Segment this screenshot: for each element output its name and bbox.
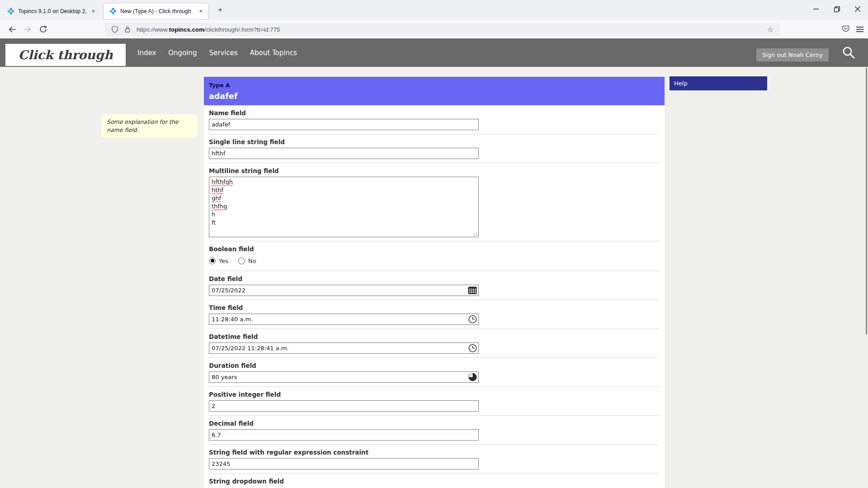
form-row-decimal: Decimal field: [209, 416, 659, 445]
browser-toolbar: https://www.topincs.com/clickthrough/.fo…: [0, 20, 868, 38]
url-scheme: https://www.: [137, 26, 169, 33]
boolean-radio-group: Yes No: [209, 257, 659, 265]
vertical-scrollbar[interactable]: [866, 68, 867, 334]
nav-item-services[interactable]: Services: [209, 49, 238, 57]
field-label: Boolean field: [209, 246, 659, 253]
help-button[interactable]: Help: [670, 76, 767, 90]
minimize-icon: [813, 6, 819, 12]
search-icon: [842, 46, 855, 59]
calendar-icon[interactable]: [468, 286, 477, 295]
new-tab-button[interactable]: +: [214, 4, 226, 16]
window-restore-button[interactable]: [826, 0, 847, 18]
radio-no-unselected[interactable]: [238, 258, 245, 264]
textarea-resize-handle[interactable]: [473, 232, 478, 236]
form-row-time: Time field: [209, 300, 659, 329]
reload-icon: [39, 25, 47, 33]
form-row-positive-integer: Positive integer field: [209, 387, 659, 416]
form-row-multiline-string: Multiline string field hfthfgh hthf ghf …: [209, 163, 659, 241]
form-panel: Type A adafef Name field Single line str…: [204, 77, 665, 488]
site-logo[interactable]: Click through: [5, 44, 126, 66]
tab-topincs-desktop[interactable]: Topincs 9.1.0 on Desktop 2, Win ×: [2, 4, 100, 19]
field-label: Multiline string field: [209, 168, 659, 174]
form-row-name: Name field: [209, 105, 659, 134]
field-label: String field with regular expression con…: [209, 449, 659, 456]
positive-integer-input[interactable]: [209, 400, 479, 412]
reload-button[interactable]: [35, 23, 51, 36]
window-controls: [806, 0, 868, 18]
clock-icon[interactable]: [468, 315, 477, 324]
field-label: Date field: [209, 276, 659, 282]
topincs-favicon: [7, 8, 14, 15]
form-type-label: Type A: [209, 82, 665, 89]
bookmark-star-icon[interactable]: ☆: [764, 25, 776, 34]
restore-icon: [834, 6, 840, 12]
url-path: /clickthrough/.form?tt=id:775: [204, 26, 280, 33]
form-row-duration: Duration field: [209, 358, 659, 387]
main-navigation: Index Ongoing Services About Topincs: [137, 38, 297, 67]
date-field-input[interactable]: [209, 285, 479, 296]
field-label: Single line string field: [209, 139, 659, 145]
textarea-line: ft: [212, 219, 476, 227]
back-icon: [8, 26, 16, 33]
lock-icon[interactable]: [124, 26, 131, 33]
nav-item-index[interactable]: Index: [137, 49, 156, 57]
sign-out-button[interactable]: Sign out Noah Cerny: [756, 48, 829, 61]
form-row-single-line-string: Single line string field: [209, 134, 659, 163]
forward-button[interactable]: [20, 23, 35, 36]
multiline-string-textarea[interactable]: hfthfgh hthf ghf thfhg h ft: [209, 177, 479, 237]
radio-option-yes[interactable]: Yes: [209, 258, 228, 264]
form-row-datetime: Datetime field: [209, 329, 659, 358]
textarea-line: hthf: [212, 186, 476, 194]
radio-yes-selected[interactable]: [209, 258, 216, 264]
search-button[interactable]: [842, 46, 855, 61]
field-explanation-note: Some explanation for the name field.: [101, 114, 197, 138]
pocket-button[interactable]: [842, 25, 850, 34]
regex-string-input[interactable]: [209, 458, 479, 469]
tab-close-icon[interactable]: ×: [198, 8, 203, 14]
form-row-string-dropdown: String dropdown field: [209, 474, 659, 488]
form-row-regex-string: String field with regular expression con…: [209, 445, 659, 474]
tab-close-icon[interactable]: ×: [90, 8, 96, 14]
textarea-line: thfhg: [212, 202, 476, 211]
site-logo-text: Click through: [18, 48, 113, 62]
clock-icon[interactable]: [468, 344, 477, 352]
field-label: Positive integer field: [209, 391, 659, 398]
topincs-favicon: [109, 8, 117, 15]
url-domain: topincs.com: [169, 26, 204, 33]
datetime-field-input[interactable]: [209, 343, 479, 354]
textarea-line: hfthfgh: [212, 178, 476, 186]
radio-option-no[interactable]: No: [238, 258, 256, 264]
time-field-input[interactable]: [209, 314, 479, 325]
duration-field-input[interactable]: [209, 371, 479, 383]
form-row-date: Date field: [209, 271, 659, 300]
single-line-string-input[interactable]: [209, 148, 479, 159]
window-minimize-button[interactable]: [806, 0, 826, 18]
form-row-boolean: Boolean field Yes No: [209, 241, 659, 271]
tab-title: Topincs 9.1.0 on Desktop 2, Win: [18, 8, 87, 14]
back-button[interactable]: [5, 23, 20, 36]
field-label: Datetime field: [209, 333, 659, 340]
radio-label: No: [248, 258, 256, 264]
field-label: Name field: [209, 110, 659, 117]
nav-item-about-topincs[interactable]: About Topincs: [250, 49, 297, 57]
window-close-button[interactable]: [847, 0, 868, 18]
field-label: Duration field: [209, 362, 659, 369]
tab-title: New (Type A) - Click through: [120, 8, 194, 14]
nav-item-ongoing[interactable]: Ongoing: [168, 49, 197, 57]
menu-hamburger-icon[interactable]: [856, 25, 863, 33]
field-label: Decimal field: [209, 420, 659, 427]
toolbar-right-icons: [842, 23, 863, 36]
textarea-line: h: [212, 211, 476, 219]
decimal-field-input[interactable]: [209, 429, 479, 441]
close-icon: [855, 6, 860, 12]
name-field-input[interactable]: [209, 119, 479, 130]
url-bar[interactable]: https://www.topincs.com/clickthrough/.fo…: [105, 23, 780, 36]
radio-label: Yes: [219, 258, 228, 264]
textarea-line: ghf: [212, 194, 476, 202]
site-header: Click through Index Ongoing Services Abo…: [0, 38, 868, 67]
tracking-protection-shield-icon[interactable]: [111, 26, 118, 33]
field-label: Time field: [209, 305, 659, 311]
browser-tab-bar: Topincs 9.1.0 on Desktop 2, Win × New (T…: [0, 0, 868, 20]
tab-new-type-a[interactable]: New (Type A) - Click through ×: [104, 4, 208, 19]
duration-icon[interactable]: [468, 373, 477, 381]
